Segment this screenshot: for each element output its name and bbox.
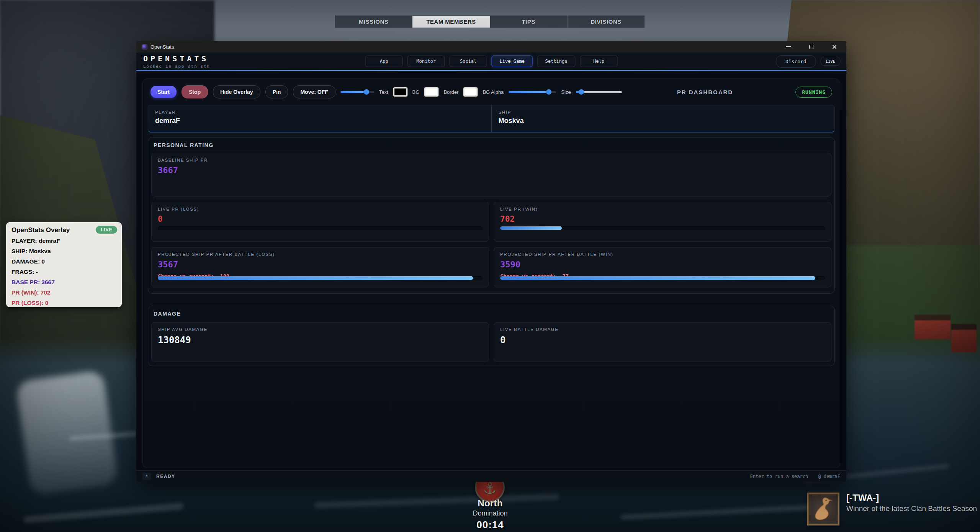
start-button[interactable]: Start: [151, 86, 177, 98]
search-hint: Enter to run a search: [750, 474, 808, 479]
header-accent-line: [136, 70, 846, 71]
overlay-frags-row: FRAGS: -: [11, 268, 116, 275]
player-cell: PLAYER demraF: [148, 105, 491, 132]
slider-thumb[interactable]: [579, 89, 584, 95]
asterisk-icon: *: [142, 473, 151, 480]
projected-pr-loss-progress: [158, 276, 483, 280]
clan-text: [-TWA-] Winner of the latest Clan Battle…: [846, 493, 977, 525]
damage-section: DAMAGE SHIP AVG DAMAGE 130849 LIVE BATTL…: [148, 306, 835, 366]
tab-divisions[interactable]: DIVISIONS: [568, 16, 645, 28]
nav-help-button[interactable]: Help: [580, 56, 617, 67]
status-right: Enter to run a search @ demraF: [750, 474, 840, 479]
slider-fill: [340, 91, 367, 93]
text-color-label: Text: [379, 89, 388, 95]
projected-pr-win-card: PROJECTED SHIP PR AFTER BATTLE (WIN) 359…: [494, 247, 831, 287]
projected-pr-win-value: 3590: [500, 260, 825, 269]
brand-title: OPENSTATS: [143, 54, 210, 63]
status-bar: * READY Enter to run a search @ demraF: [136, 470, 846, 482]
minimize-button[interactable]: [785, 44, 791, 50]
live-button[interactable]: LIVE: [821, 57, 840, 66]
hide-overlay-button[interactable]: Hide Overlay: [213, 85, 260, 98]
overlay-damage-row: DAMAGE: 0: [11, 258, 116, 265]
bg-color-swatch[interactable]: [424, 87, 438, 97]
pin-button[interactable]: Pin: [265, 85, 288, 98]
overlay-base-pr-row: BASE PR: 3667: [11, 279, 116, 286]
nav-monitor-button[interactable]: Monitor: [407, 56, 445, 67]
identity-panel: PLAYER demraF SHIP Moskva: [148, 105, 835, 133]
status-state: READY: [156, 474, 175, 479]
header-right: Discord LIVE: [776, 55, 846, 68]
progress-fill: [500, 276, 815, 280]
player-label: PLAYER: [155, 110, 484, 115]
running-status-badge: RUNNING: [795, 87, 832, 98]
live-pr-row: LIVE PR (LOSS) 0 LIVE PR (WIN) 702: [151, 202, 831, 242]
screen: MISSIONS TEAM MEMBERS TIPS DIVISIONS ⚓ O…: [0, 0, 980, 532]
live-pr-loss-card: LIVE PR (LOSS) 0: [151, 202, 489, 242]
bg-color-label: BG: [412, 89, 420, 95]
live-damage-value: 0: [500, 335, 825, 345]
slider-thumb[interactable]: [546, 89, 551, 95]
openstats-window: OpenStats OPENSTATS Locked in app sth st…: [136, 41, 846, 482]
main-panel: Start Stop Hide Overlay Pin Move: OFF Te…: [142, 79, 840, 468]
projected-pr-loss-value: 3567: [158, 260, 483, 269]
stop-button[interactable]: Stop: [182, 85, 208, 98]
live-pr-win-label: LIVE PR (WIN): [500, 207, 825, 211]
toolbar: Start Stop Hide Overlay Pin Move: OFF Te…: [148, 83, 834, 100]
progress-fill: [500, 226, 562, 230]
close-icon: [832, 44, 837, 49]
bg-alpha-slider[interactable]: [509, 91, 556, 93]
objective-name: North: [433, 498, 548, 509]
projected-pr-loss-label: PROJECTED SHIP PR AFTER BATTLE (LOSS): [158, 252, 483, 257]
discord-button[interactable]: Discord: [776, 55, 816, 68]
window-titlebar[interactable]: OpenStats: [136, 41, 846, 52]
ship-label: SHIP: [499, 110, 828, 115]
live-pr-win-progress: [500, 226, 825, 230]
game-top-tab-bar: MISSIONS TEAM MEMBERS TIPS DIVISIONS: [335, 15, 645, 28]
size-slider[interactable]: [576, 91, 622, 93]
nav-settings-button[interactable]: Settings: [537, 56, 576, 67]
projected-pr-row: PROJECTED SHIP PR AFTER BATTLE (LOSS) 35…: [151, 247, 831, 287]
avg-damage-value: 130849: [158, 335, 483, 345]
tab-tips[interactable]: TIPS: [490, 16, 568, 28]
window-content: Start Stop Hide Overlay Pin Move: OFF Te…: [136, 72, 846, 470]
overlay-pr-win-row: PR (WIN): 702: [11, 289, 116, 296]
damage-title: DAMAGE: [151, 311, 831, 317]
live-pr-loss-progress: [158, 226, 483, 230]
border-color-swatch[interactable]: [463, 87, 478, 97]
baseline-pr-card: BASELINE SHIP PR 3667: [151, 153, 831, 196]
player-value: demraF: [155, 117, 484, 125]
openstats-overlay[interactable]: OpenStats Overlay LIVE PLAYER: demraF SH…: [6, 222, 122, 307]
minimize-icon: [786, 46, 791, 47]
header-nav: App Monitor Social Live Game Settings He…: [365, 56, 618, 67]
brand-tagline: Locked in app sth sth: [143, 64, 210, 69]
progress-fill: [158, 276, 473, 280]
projected-pr-loss-card: PROJECTED SHIP PR AFTER BATTLE (LOSS) 35…: [151, 247, 489, 287]
clan-subtitle: Winner of the latest Clan Battles Season: [846, 504, 977, 513]
projected-pr-win-progress: [500, 276, 825, 280]
live-damage-label: LIVE BATTLE DAMAGE: [500, 327, 825, 332]
avg-damage-label: SHIP AVG DAMAGE: [158, 327, 483, 332]
window-title: OpenStats: [151, 44, 174, 50]
text-color-swatch[interactable]: [393, 87, 407, 97]
app-header: OPENSTATS Locked in app sth sth App Moni…: [136, 52, 846, 71]
text-size-slider[interactable]: [340, 91, 374, 93]
move-toggle-button[interactable]: Move: OFF: [293, 85, 335, 98]
nav-social-button[interactable]: Social: [450, 56, 487, 67]
close-button[interactable]: [831, 44, 837, 50]
ship-cell: SHIP Moskva: [491, 105, 835, 132]
slider-thumb[interactable]: [364, 89, 369, 95]
tab-missions[interactable]: MISSIONS: [335, 16, 412, 28]
nav-app-button[interactable]: App: [365, 56, 403, 67]
damage-row: SHIP AVG DAMAGE 130849 LIVE BATTLE DAMAG…: [151, 322, 831, 362]
bg-alpha-label: BG Alpha: [483, 89, 504, 95]
projected-pr-win-label: PROJECTED SHIP PR AFTER BATTLE (WIN): [500, 252, 825, 257]
app-icon: [142, 44, 147, 50]
size-label: Size: [561, 89, 571, 95]
clan-tag: [-TWA-]: [846, 493, 977, 503]
clan-emblem: [807, 493, 839, 525]
ship-value: Moskva: [499, 117, 828, 125]
anchor-icon: ⚓: [483, 480, 497, 497]
maximize-button[interactable]: [808, 44, 814, 50]
tab-team-members[interactable]: TEAM MEMBERS: [412, 16, 490, 28]
nav-live-game-button[interactable]: Live Game: [492, 56, 533, 67]
